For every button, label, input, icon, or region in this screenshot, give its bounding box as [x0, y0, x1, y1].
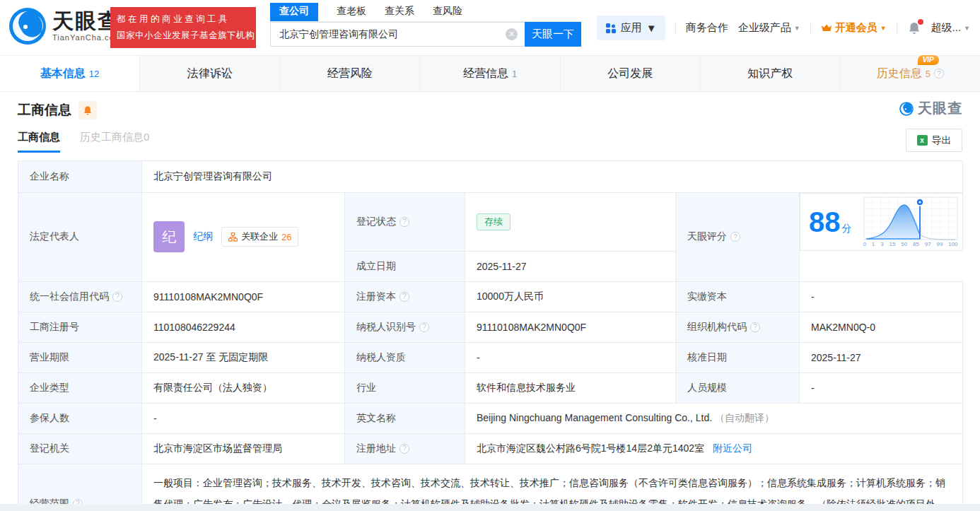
apps-label: 应用	[621, 21, 642, 35]
paid-capital-value: -	[800, 281, 963, 312]
score-value: 88 分	[800, 193, 963, 251]
tab-intellectual-property[interactable]: 知识产权	[700, 56, 840, 91]
reg-number-value: 110108046229244	[142, 312, 345, 342]
divider	[897, 23, 897, 34]
search-tabs: 查公司 查老板 查关系 查风险	[270, 4, 581, 22]
business-info-subtabs: 工商信息 历史工商信息0	[18, 131, 149, 153]
score-distribution-chart: 01 315 5085 9799 100	[863, 196, 958, 247]
legal-rep-avatar[interactable]: 纪	[153, 221, 185, 252]
tab-basic-info[interactable]: 基本信息 12	[0, 56, 139, 91]
subtab-business-info[interactable]: 工商信息	[18, 131, 60, 153]
section-title: 工商信息	[18, 101, 71, 119]
reg-address-value: 北京市海淀区魏公村路6号院1号楼14层2单元1402室 附近公司	[465, 433, 963, 464]
legal-rep-label: 法定代表人	[18, 193, 142, 282]
table-row: 登记机关 北京市海淀区市场监督管理局 注册地址? 北京市海淀区魏公村路6号院1号…	[18, 433, 963, 464]
export-button[interactable]: x 导出	[906, 129, 962, 152]
status-badge: 存续	[477, 213, 511, 230]
industry-label: 行业	[345, 372, 465, 403]
establish-date-value: 2025-11-27	[465, 251, 676, 281]
search-input[interactable]	[270, 22, 525, 47]
search-button[interactable]: 天眼一下	[525, 22, 581, 47]
taxpayer-id-label: 纳税人识别号?	[345, 312, 465, 342]
score-axis-labels: 01 315 5085 9799 100	[863, 241, 958, 247]
business-term-label: 营业期限	[18, 342, 142, 372]
establish-date-label: 成立日期	[345, 251, 465, 281]
chevron-down-icon: ▼	[964, 25, 970, 32]
taxpayer-id-value: 91110108MAK2MN0Q0F	[465, 312, 676, 342]
search-tab-relation[interactable]: 查关系	[385, 3, 414, 21]
search-tab-company[interactable]: 查公司	[270, 3, 318, 21]
related-companies-badge[interactable]: 关联企业 26	[221, 227, 298, 247]
legal-rep-name-link[interactable]: 纪纲	[193, 230, 213, 243]
reg-status-label: 登记状态?	[345, 193, 465, 252]
table-row: 企业类型 有限责任公司（法人独资） 行业 软件和信息技术服务业 人员规模 -	[18, 372, 963, 403]
help-icon[interactable]: ?	[419, 322, 429, 332]
score-number: 88	[809, 208, 841, 236]
approval-date-label: 核准日期	[676, 342, 800, 372]
auto-translate-note: （自动翻译）	[715, 412, 774, 423]
help-icon[interactable]: ?	[934, 69, 944, 78]
help-icon[interactable]: ?	[730, 232, 740, 242]
reg-status-value: 存续	[465, 193, 676, 252]
business-info-section: 工商信息 天眼查 工商信息 历史工商信息0 x 导出	[0, 92, 980, 504]
vip-badge: VIP	[918, 55, 939, 65]
company-name-label: 企业名称	[18, 161, 142, 193]
company-name-value: 北京宁创管理咨询有限公司	[142, 161, 963, 193]
company-nav-tabs: 基本信息 12 法律诉讼 经营风险 经营信息 1 公司发展 知识产权 历史信息 …	[0, 55, 980, 92]
clear-search-icon[interactable]: ✕	[506, 28, 518, 40]
reg-number-label: 工商注册号	[18, 312, 142, 342]
apps-grid-icon	[605, 23, 617, 34]
help-icon[interactable]: ?	[399, 444, 409, 454]
reg-capital-value: 10000万人民币	[465, 281, 676, 312]
taxpayer-quality-label: 纳税人资质	[345, 342, 465, 372]
table-row: 法定代表人 纪 纪纲 关联企业 2	[18, 193, 963, 252]
menu-super-vip[interactable]: 超级... ▼	[931, 21, 970, 35]
tab-legal-lawsuits[interactable]: 法律诉讼	[139, 56, 279, 91]
org-chart-icon	[228, 233, 238, 242]
help-icon[interactable]: ?	[112, 292, 122, 302]
notifications-bell[interactable]	[907, 21, 921, 35]
paid-capital-label: 实缴资本	[676, 281, 800, 312]
menu-enterprise[interactable]: 企业级产品 ▼	[738, 21, 800, 35]
tab-company-development[interactable]: 公司发展	[560, 56, 700, 91]
reg-capital-label: 注册资本?	[345, 281, 465, 312]
header-menu: 应用 ▼ 商务合作 企业级产品 ▼ 开通会员 ▼	[597, 16, 970, 40]
org-code-value: MAK2MN0Q-0	[800, 312, 963, 342]
insured-count-value: -	[142, 403, 345, 433]
english-name-label: 英文名称	[345, 403, 465, 433]
tianyancha-logo-icon	[7, 6, 48, 47]
insured-count-label: 参保人数	[18, 403, 142, 433]
credit-code-label: 统一社会信用代码?	[18, 281, 142, 312]
help-icon[interactable]: ?	[399, 292, 409, 302]
subtab-history-business-info[interactable]: 历史工商信息0	[80, 131, 149, 153]
table-row: 工商注册号 110108046229244 纳税人识别号? 91110108MA…	[18, 312, 963, 342]
english-name-value: Beijing Ningchuang Management Consulting…	[465, 403, 963, 433]
staff-size-label: 人员规模	[676, 372, 800, 403]
reg-authority-label: 登记机关	[18, 433, 142, 464]
org-code-label: 组织机构代码?	[676, 312, 800, 342]
staff-size-value: -	[800, 372, 963, 403]
divider	[675, 23, 676, 34]
chevron-down-icon: ▼	[794, 25, 800, 32]
menu-cooperation[interactable]: 商务合作	[686, 21, 728, 35]
search-tab-risk[interactable]: 查风险	[433, 3, 462, 21]
table-row: 参保人数 - 英文名称 Beijing Ningchuang Managemen…	[18, 403, 963, 433]
apps-menu[interactable]: 应用 ▼	[597, 16, 665, 40]
monitor-bell-button[interactable]	[78, 101, 97, 119]
promo-badge: 都在用的商业查询工具 国家中小企业发展子基金旗下机构	[110, 7, 256, 48]
nearby-companies-link[interactable]: 附近公司	[713, 442, 752, 454]
tab-history-info[interactable]: 历史信息 VIP 5 ?	[840, 56, 980, 91]
menu-open-vip[interactable]: 开通会员 ▼	[821, 21, 887, 35]
next-section-edge	[0, 504, 980, 511]
chevron-down-icon: ▼	[646, 22, 657, 34]
tianyancha-company-page: 天眼查 TianYanCha.com 都在用的商业查询工具 国家中小企业发展子基…	[0, 0, 980, 511]
tab-operation-risk[interactable]: 经营风险	[279, 56, 419, 91]
search-box: ✕ 天眼一下	[270, 22, 581, 47]
help-icon[interactable]: ?	[399, 217, 409, 227]
industry-value: 软件和信息技术服务业	[465, 372, 676, 403]
search-tab-boss[interactable]: 查老板	[337, 3, 366, 21]
crown-icon	[821, 23, 832, 33]
site-logo[interactable]: 天眼查 TianYanCha.com	[7, 6, 122, 47]
tab-operation-info[interactable]: 经营信息 1	[419, 56, 559, 91]
help-icon[interactable]: ?	[750, 322, 760, 332]
